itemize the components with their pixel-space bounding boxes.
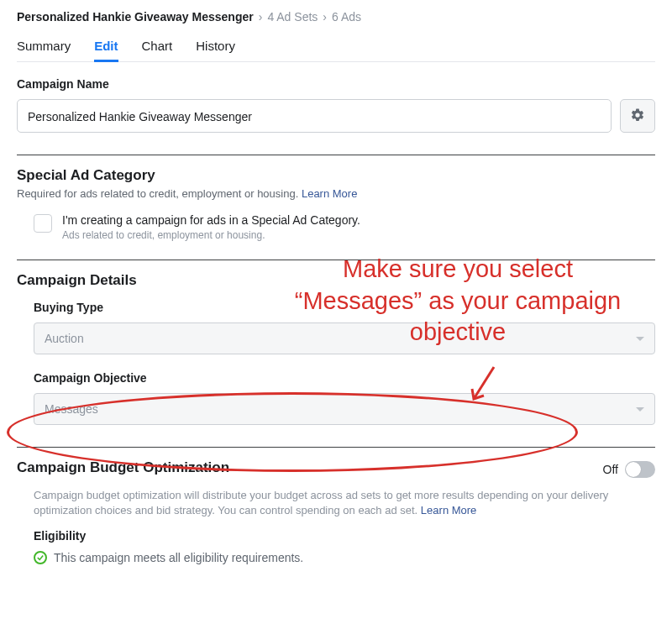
chevron-down-icon bbox=[636, 337, 644, 341]
chevron-right-icon: › bbox=[323, 10, 327, 24]
breadcrumb-ads[interactable]: 6 Ads bbox=[332, 10, 361, 24]
campaign-name-settings-button[interactable] bbox=[620, 99, 655, 133]
cbo-description: Campaign budget optimization will distri… bbox=[17, 488, 655, 517]
cbo-learn-more-link[interactable]: Learn More bbox=[421, 504, 476, 517]
buying-type-select[interactable]: Auction bbox=[34, 322, 655, 354]
special-ad-checkbox-sublabel: Ads related to credit, employment or hou… bbox=[62, 229, 360, 241]
tab-edit[interactable]: Edit bbox=[94, 35, 118, 61]
campaign-name-input[interactable]: Personalized Hankie Giveaway Messenger bbox=[17, 99, 612, 133]
eligibility-label: Eligibility bbox=[17, 529, 655, 543]
cbo-toggle-label: Off bbox=[603, 463, 618, 476]
cbo-heading: Campaign Budget Optimization bbox=[17, 459, 229, 476]
eligibility-text: This campaign meets all eligibility requ… bbox=[54, 551, 303, 564]
campaign-details-heading: Campaign Details bbox=[17, 272, 655, 289]
gear-icon bbox=[630, 107, 645, 125]
divider bbox=[17, 447, 655, 448]
special-ad-heading: Special Ad Category bbox=[17, 167, 655, 184]
campaign-objective-value: Messages bbox=[45, 402, 98, 416]
chevron-right-icon: › bbox=[259, 10, 263, 24]
special-learn-more-link[interactable]: Learn More bbox=[302, 187, 357, 200]
breadcrumb-campaign: Personalized Hankie Giveaway Messenger bbox=[17, 10, 254, 24]
tab-summary[interactable]: Summary bbox=[17, 35, 71, 61]
buying-type-value: Auction bbox=[45, 332, 84, 345]
breadcrumb-adsets[interactable]: 4 Ad Sets bbox=[267, 10, 318, 24]
tab-history[interactable]: History bbox=[196, 35, 235, 61]
divider bbox=[17, 155, 655, 155]
campaign-objective-label: Campaign Objective bbox=[17, 371, 655, 385]
breadcrumb: Personalized Hankie Giveaway Messenger ›… bbox=[17, 10, 655, 24]
buying-type-label: Buying Type bbox=[17, 301, 655, 314]
tabs-bar: Summary Edit Chart History bbox=[17, 35, 655, 62]
campaign-name-label: Campaign Name bbox=[17, 77, 655, 91]
special-ad-subtext: Required for ads related to credit, empl… bbox=[17, 187, 655, 200]
divider bbox=[17, 260, 655, 260]
special-ad-checkbox[interactable] bbox=[34, 214, 52, 233]
checkmark-circle-icon bbox=[34, 551, 47, 564]
campaign-objective-select[interactable]: Messages bbox=[34, 393, 655, 425]
toggle-knob bbox=[626, 462, 641, 477]
tab-chart[interactable]: Chart bbox=[142, 35, 173, 61]
cbo-toggle[interactable] bbox=[625, 461, 655, 478]
special-ad-checkbox-label: I'm creating a campaign for ads in a Spe… bbox=[62, 213, 360, 227]
chevron-down-icon bbox=[636, 407, 644, 412]
